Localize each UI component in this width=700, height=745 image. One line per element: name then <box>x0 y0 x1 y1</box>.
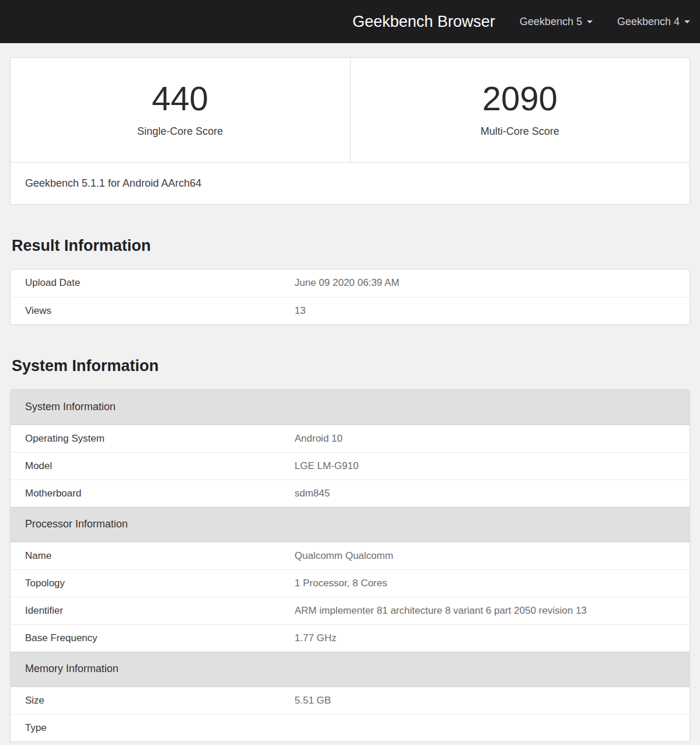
chevron-down-icon <box>684 20 690 23</box>
result-information-table: Upload Date June 09 2020 06:39 AM Views … <box>10 269 690 325</box>
row-label: Operating System <box>10 433 295 445</box>
brand-link[interactable]: Geekbench Browser <box>352 14 495 30</box>
score-panel: 440 Single-Core Score 2090 Multi-Core Sc… <box>10 57 690 205</box>
table-row: Upload Date June 09 2020 06:39 AM <box>10 270 690 297</box>
row-value: 5.51 GB <box>295 695 690 706</box>
group-header-system: System Information <box>10 390 690 425</box>
single-core-score-value: 440 <box>10 80 350 117</box>
row-label: Name <box>10 550 295 562</box>
system-information-title: System Information <box>10 357 690 375</box>
table-row: Name Qualcomm Qualcomm <box>10 542 690 569</box>
multi-core-score-label: Multi-Core Score <box>351 125 690 138</box>
row-label: Motherboard <box>10 488 295 499</box>
navbar-inner: Geekbench Browser Geekbench 5 Geekbench … <box>10 14 690 30</box>
table-row: Type <box>10 714 690 741</box>
row-value: 1.77 GHz <box>295 632 690 644</box>
benchmark-version-text: Geekbench 5.1.1 for Android AArch64 <box>10 162 690 204</box>
row-value: Android 10 <box>295 433 690 445</box>
system-information-table: System Information Operating System Andr… <box>10 389 690 742</box>
group-header-processor: Processor Information <box>10 507 690 542</box>
table-row: Model LGE LM-G910 <box>10 452 690 480</box>
table-row: Operating System Android 10 <box>10 425 690 452</box>
table-row: Size 5.51 GB <box>10 687 690 714</box>
multi-core-score-value: 2090 <box>351 80 690 117</box>
row-value: June 09 2020 06:39 AM <box>295 277 690 289</box>
score-row: 440 Single-Core Score 2090 Multi-Core Sc… <box>10 58 690 162</box>
table-row: Base Frequency 1.77 GHz <box>10 624 690 652</box>
row-label: Type <box>10 722 295 734</box>
row-value: sdm845 <box>295 488 690 499</box>
row-label: Base Frequency <box>10 632 295 644</box>
row-label: Model <box>10 460 295 472</box>
table-row: Views 13 <box>10 297 690 324</box>
nav-menu-geekbench-4[interactable]: Geekbench 4 <box>617 16 690 27</box>
row-label: Views <box>10 305 295 317</box>
nav-menu-label: Geekbench 5 <box>520 16 582 27</box>
bottom-gap <box>10 742 690 745</box>
row-value: 13 <box>295 305 690 317</box>
main-container: 440 Single-Core Score 2090 Multi-Core Sc… <box>10 57 690 745</box>
group-header-memory: Memory Information <box>10 652 690 687</box>
row-value: LGE LM-G910 <box>295 460 690 472</box>
top-navbar: Geekbench Browser Geekbench 5 Geekbench … <box>0 0 700 43</box>
table-row: Motherboard sdm845 <box>10 480 690 507</box>
row-value: ARM implementer 81 architecture 8 varian… <box>295 605 690 617</box>
result-information-title: Result Information <box>10 237 690 255</box>
row-value: Qualcomm Qualcomm <box>295 550 690 562</box>
nav-menu-geekbench-5[interactable]: Geekbench 5 <box>520 16 593 27</box>
single-core-score-block: 440 Single-Core Score <box>10 58 350 162</box>
chevron-down-icon <box>587 20 593 23</box>
row-label: Size <box>10 695 295 706</box>
row-label: Upload Date <box>10 277 295 289</box>
table-row: Identifier ARM implementer 81 architectu… <box>10 597 690 624</box>
multi-core-score-block: 2090 Multi-Core Score <box>350 58 690 162</box>
row-label: Topology <box>10 578 295 589</box>
single-core-score-label: Single-Core Score <box>10 125 350 138</box>
table-row: Topology 1 Processor, 8 Cores <box>10 569 690 597</box>
row-value: 1 Processor, 8 Cores <box>295 578 690 589</box>
nav-menu-label: Geekbench 4 <box>617 16 680 27</box>
row-label: Identifier <box>10 605 295 617</box>
